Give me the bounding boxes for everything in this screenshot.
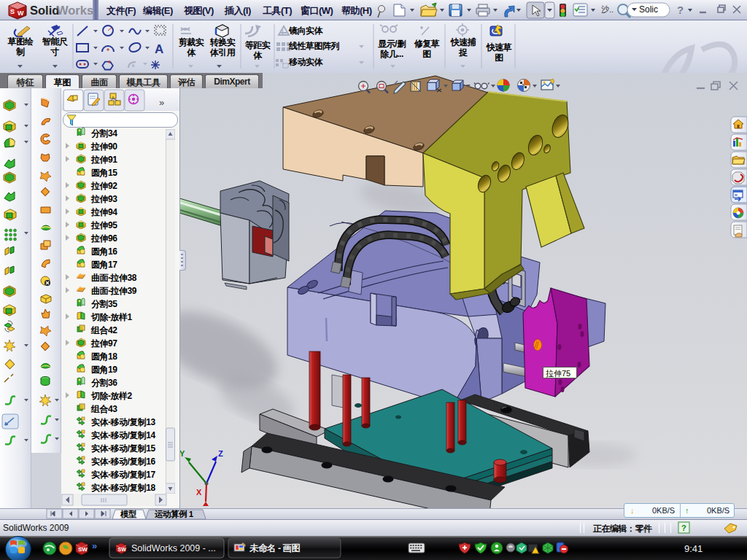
svg-text:!: ! <box>282 28 284 36</box>
svg-text:!: ! <box>538 548 540 554</box>
svg-text:»: » <box>92 540 97 551</box>
svg-text:SW: SW <box>118 547 127 552</box>
svg-text:Z: Z <box>218 449 223 458</box>
svg-text:Solic: Solic <box>639 4 658 15</box>
svg-text:Y: Y <box>180 449 185 458</box>
svg-text:9:41: 9:41 <box>684 543 703 554</box>
svg-text:?: ? <box>681 524 686 532</box>
svg-text:?: ? <box>677 4 684 16</box>
svg-text:»: » <box>159 97 164 108</box>
svg-text:X: X <box>196 488 202 497</box>
svg-text:SolidWorks 2009 - ...: SolidWorks 2009 - ... <box>131 543 216 553</box>
svg-text:SW: SW <box>78 546 88 553</box>
svg-text:A: A <box>155 42 163 56</box>
svg-text:未命名 - 画图: 未命名 - 画图 <box>249 543 301 553</box>
svg-text:沙..: 沙.. <box>601 5 614 14</box>
